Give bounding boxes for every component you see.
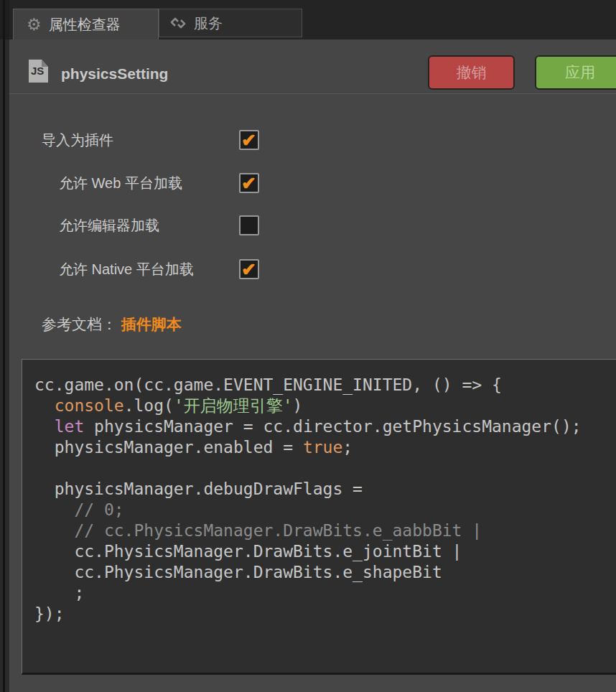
code-line: cc.game.on(cc.game.EVENT_ENGINE_INITED, … [34,375,616,396]
asset-name: physicsSetting [61,65,168,83]
asset-header: JS physicsSetting 撤销 应用 [9,39,616,94]
reference-doc-label: 参考文档： [42,316,117,332]
property-label: 允许编辑器加载 [59,215,159,236]
property-label: 允许 Web 平台加载 [59,172,182,194]
tab-services[interactable]: 服务 [159,9,302,37]
code-line: cc.PhysicsManager.DrawBits.e_shapeBit [34,562,616,583]
inspector-content: JS physicsSetting 撤销 应用 导入为插件 ✔ 允许 Web 平… [9,39,616,692]
property-label: 允许 Native 平台加载 [59,258,194,280]
code-line: cc.PhysicsManager.DrawBits.e_jointBit | [34,541,616,562]
properties-list: 导入为插件 ✔ 允许 Web 平台加载 ✔ 允许编辑器加载 ✔ 允许 Nativ… [9,94,616,317]
code-line: console.log('开启物理引擎') [34,396,616,416]
property-row: 允许编辑器加载 ✔ [9,215,616,236]
plugin-script-doc-link[interactable]: 插件脚本 [121,316,182,332]
check-icon: ✔ [241,173,256,193]
gear-icon: ⚙ [27,17,42,33]
tab-bar: ⚙ 属性检查器 服务 [9,0,616,39]
apply-button[interactable]: 应用 [535,55,616,90]
js-file-icon-label: JS [31,65,44,77]
checkbox[interactable]: ✔ [239,259,259,279]
check-icon: ✔ [241,259,256,279]
code-line: let physicsManager = cc.director.getPhys… [34,416,616,437]
code-line: // cc.PhysicsManager.DrawBits.e_aabbBit … [34,520,616,541]
adjacent-panel-edge [0,0,9,692]
code-line: physicsManager.enabled = true; [34,437,616,458]
linked-chains-icon [169,17,187,29]
checkbox[interactable]: ✔ [239,215,259,235]
property-label: 导入为插件 [42,129,113,151]
code-line: physicsManager.debugDrawFlags = [34,479,616,500]
code-line: }); [34,604,616,625]
reference-doc-row: 参考文档： 插件脚本 [42,314,182,335]
panel-divider [3,0,5,692]
js-file-icon: JS [29,60,48,83]
tab-property-inspector[interactable]: ⚙ 属性检查器 [13,9,159,39]
inspector-panel-window: ⚙ 属性检查器 服务 JS physicsSetting 撤销 [0,0,616,692]
checkbox[interactable]: ✔ [239,130,259,150]
tab-services-label: 服务 [194,14,223,33]
check-icon: ✔ [241,130,256,150]
property-row: 允许 Native 平台加载 ✔ [9,258,616,280]
code-line [34,458,616,479]
property-row: 导入为插件 ✔ [9,129,616,151]
checkbox[interactable]: ✔ [239,173,259,193]
property-row: 允许 Web 平台加载 ✔ [9,172,616,194]
code-block: cc.game.on(cc.game.EVENT_ENGINE_INITED, … [22,359,616,675]
code-line: // 0; [34,500,616,520]
code-line: ; [34,583,616,604]
tab-property-inspector-label: 属性检查器 [49,15,121,34]
revert-button[interactable]: 撤销 [428,55,515,90]
